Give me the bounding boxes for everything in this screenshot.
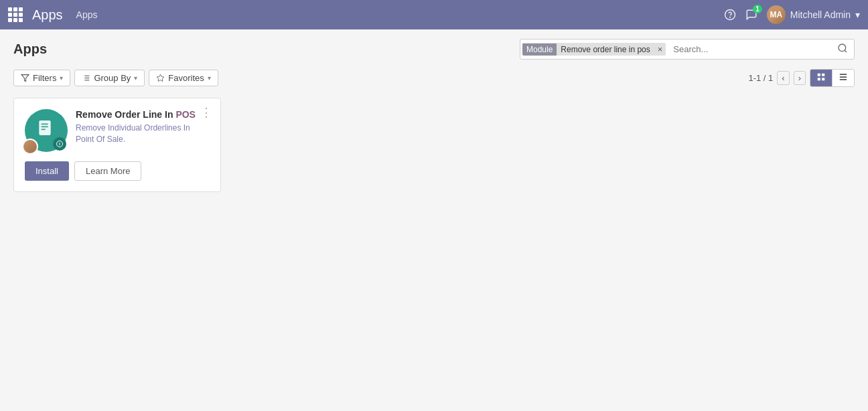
search-tag: Module Remove order line in pos × <box>522 43 666 56</box>
favorites-button[interactable]: Favorites ▾ <box>149 70 218 86</box>
pagination-area: 1-1 / 1 ‹ › <box>748 69 855 87</box>
install-button[interactable]: Install <box>25 161 69 181</box>
app-title: Apps <box>32 7 63 23</box>
app-card: ⋮ <box>13 98 221 192</box>
app-name-highlight: POS <box>175 109 196 120</box>
app-name-part1: Remove Order Line In <box>76 109 175 120</box>
favorites-dropdown-arrow: ▾ <box>208 74 211 82</box>
app-card-menu[interactable]: ⋮ <box>200 106 212 118</box>
learn-more-button[interactable]: Learn More <box>74 161 141 181</box>
search-row: Module Remove order line in pos × <box>520 39 855 60</box>
svg-point-1 <box>729 17 730 17</box>
svg-rect-15 <box>822 78 824 80</box>
search-tag-value: Remove order line in pos <box>557 44 654 56</box>
app-name: Remove Order Line In POS <box>76 109 210 120</box>
help-icon[interactable] <box>724 9 736 21</box>
navbar-right: 1 MA Mitchell Admin ▾ <box>724 5 860 24</box>
chat-badge: 1 <box>753 5 762 13</box>
next-page-button[interactable]: › <box>794 71 806 85</box>
group-by-dropdown-arrow: ▾ <box>134 74 137 82</box>
prev-page-button[interactable]: ‹ <box>777 71 789 85</box>
svg-rect-14 <box>818 78 820 80</box>
app-card-actions: Install Learn More <box>25 161 210 181</box>
group-by-button[interactable]: Group By ▾ <box>74 70 145 86</box>
filter-buttons: Filters ▾ Group By ▾ Favorites ▾ <box>13 70 218 86</box>
grid-icon <box>8 7 23 22</box>
app-info: Remove Order Line In POS Remove Individu… <box>76 109 210 145</box>
search-input[interactable] <box>668 41 831 58</box>
svg-rect-12 <box>818 74 820 76</box>
app-description: Remove Individual Orderlines In Point Of… <box>76 122 210 145</box>
svg-rect-16 <box>840 74 847 75</box>
view-toggle <box>810 69 855 87</box>
brand[interactable]: Apps <box>8 7 63 23</box>
list-view-button[interactable] <box>833 70 854 86</box>
navbar: Apps Apps 1 MA Mitchell Admin ▾ <box>0 0 868 29</box>
svg-rect-19 <box>39 120 50 135</box>
page-header: Apps Module Remove order line in pos × <box>0 29 868 65</box>
svg-line-3 <box>845 50 847 52</box>
app-card-header: Remove Order Line In POS Remove Individu… <box>25 109 210 152</box>
user-name: Mitchell Admin <box>790 9 851 20</box>
filter-row: Filters ▾ Group By ▾ Favorites ▾ 1-1 / 1… <box>0 65 868 91</box>
filters-button[interactable]: Filters ▾ <box>13 70 70 86</box>
search-button[interactable] <box>831 39 854 59</box>
svg-point-2 <box>839 44 846 52</box>
breadcrumb: Apps <box>76 9 98 20</box>
search-area: Module Remove order line in pos × <box>520 39 855 60</box>
search-tag-close[interactable]: × <box>654 43 666 56</box>
app-icon <box>25 109 68 152</box>
avatar: MA <box>767 5 786 24</box>
user-menu-arrow: ▾ <box>855 9 860 20</box>
pagination-text: 1-1 / 1 <box>748 73 773 83</box>
svg-rect-13 <box>822 74 824 76</box>
app-user-thumb <box>22 139 38 155</box>
svg-rect-18 <box>840 79 847 80</box>
search-tag-label: Module <box>522 44 557 56</box>
svg-marker-4 <box>21 75 29 82</box>
page-title: Apps <box>13 42 47 57</box>
kanban-view-button[interactable] <box>810 70 833 86</box>
chat-icon-wrapper[interactable]: 1 <box>745 9 757 21</box>
user-menu[interactable]: MA Mitchell Admin ▾ <box>767 5 860 24</box>
filters-dropdown-arrow: ▾ <box>60 74 63 82</box>
svg-marker-11 <box>157 74 164 81</box>
apps-grid: ⋮ <box>0 91 868 199</box>
app-icon-badge <box>53 137 66 151</box>
svg-rect-17 <box>840 76 847 78</box>
